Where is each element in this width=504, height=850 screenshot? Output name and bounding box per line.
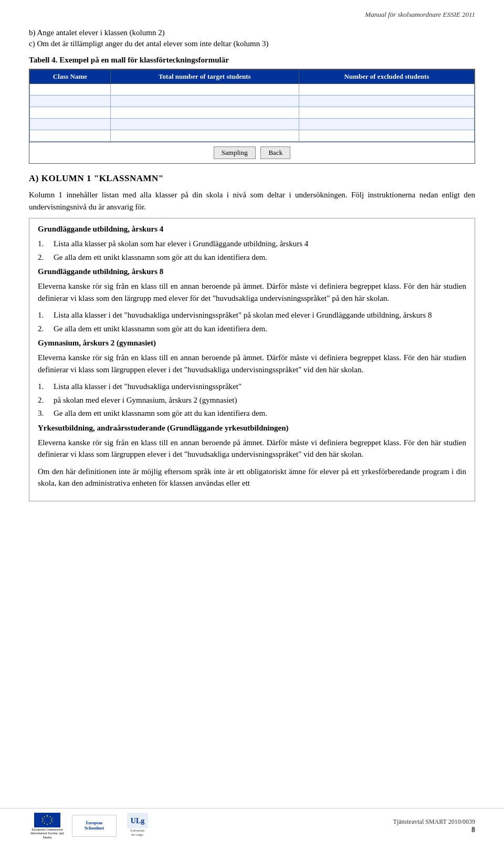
footer-contract: Tjänsteavtal SMART 2010/0039 [393,818,475,826]
table-cell [30,84,111,96]
footer-logos: European CommissionInformation Society a… [29,813,152,839]
list-item: 1. Lista alla klasser på skolan som har … [38,238,466,250]
form-buttons: Sampling Back [29,142,475,163]
svg-point-12 [52,818,53,819]
back-button[interactable]: Back [260,146,290,159]
svg-point-10 [50,823,51,824]
table-row [30,96,475,107]
list-item-text: på skolan med elever i Gymnasium, årskur… [54,396,237,404]
list-item: 3. Ge alla dem ett unikt klassnamn som g… [38,407,466,419]
page-footer: European CommissionInformation Society a… [0,808,504,839]
kolumn-heading-text: a) Kolumn 1 "Klassnamn" [29,173,164,183]
table-cell [110,96,299,107]
list-item: 1. Lista alla klasser i det "huvudsaklig… [38,309,466,321]
kolumn-intro: Kolumn 1 innehåller listan med alla klas… [29,189,475,213]
list-item: 2. Ge alla dem ett unikt klassnamn som g… [38,323,466,335]
list-item: 2. Ge alla dem ett unikt klassnamn som g… [38,251,466,264]
table-row [30,84,475,96]
schoolnet-text: EuropeanSchoolnet [85,821,104,832]
intro-item-b: b) Ange antalet elever i klassen (kolumn… [29,28,475,37]
grundlaggande-8-list: 1. Lista alla klasser i det "huvudsaklig… [38,309,466,334]
intro-section: b) Ange antalet elever i klassen (kolumn… [29,28,475,48]
list-item: 1. Lista alla klasser i det "huvudsaklig… [38,381,466,393]
yrkesutbildning-heading: Yrkesutbildning, andraårsstuderande (Gru… [38,424,466,433]
svg-point-8 [50,816,51,817]
table-cell [299,119,475,130]
intro-item-c: c) Om det är tillämpligt anger du det an… [29,39,475,48]
list-item-text: Lista alla klasser på skolan som har ele… [54,239,308,248]
table-cell [30,119,111,130]
svg-text:ULg: ULg [130,817,144,825]
table-cell [299,84,475,96]
svg-point-11 [42,818,43,819]
svg-point-13 [42,821,43,822]
ulg-icon: ULg [127,813,148,828]
svg-point-14 [52,821,53,822]
gymnasium-heading: Gymnasium, årskurs 2 (gymnasiet) [38,339,466,348]
table-header-row: Class Name Total number of target studen… [30,70,475,84]
list-item-text: Ge alla dem ett unikt klassnamn som gör … [54,253,267,261]
info-box: Grundläggande utbildning, årskurs 4 1. L… [29,218,475,501]
table-row [30,130,475,142]
table-cell [30,107,111,119]
gymnasium-body1: Eleverna kanske rör sig från en klass ti… [38,352,466,375]
list-item-text: Ge alla dem ett unikt klassnamn som gör … [54,324,267,333]
table: Class Name Total number of target studen… [29,69,475,142]
ulg-logo: ULg Universitéde Liège [123,813,152,839]
page-header: Manual för skolsamordnare ESSIE 2011 [29,11,475,19]
table-cell [110,107,299,119]
table-cell [110,84,299,96]
gymnasium-list: 1. Lista alla klasser i det "huvudsaklig… [38,381,466,419]
col-header-total: Total number of target students [110,70,299,84]
list-item: 2. på skolan med elever i Gymnasium, års… [38,394,466,406]
table-label: Tabell 4. Exempel på en mall för klassfö… [29,56,475,65]
grundlaggande-8-body1: Eleverna kanske rör sig från en klass ti… [38,280,466,304]
list-item-text: Lista alla klasser i det "huvudsakliga u… [54,311,432,319]
eu-flag-icon [34,813,60,827]
svg-point-5 [43,820,44,821]
table-cell [299,96,475,107]
page: Manual för skolsamordnare ESSIE 2011 b) … [0,0,504,850]
svg-point-3 [47,815,48,816]
grundlaggande-4-heading: Grundläggande utbildning, årskurs 4 [38,225,466,234]
yrkesutbildning-body2: Om den här definitionen inte är möjlig e… [38,466,466,489]
list-item-text: Ge alla dem ett unikt klassnamn som gör … [54,409,267,417]
svg-point-4 [47,824,48,825]
yrkesutbildning-body1: Eleverna kanske rör sig från en klass ti… [38,437,466,460]
table-cell [299,107,475,119]
sampling-button[interactable]: Sampling [214,146,256,159]
svg-point-9 [44,823,45,824]
table-row [30,119,475,130]
kolumn-heading: a) Kolumn 1 "Klassnamn" [29,173,475,184]
table-row [30,107,475,119]
svg-point-6 [51,820,52,821]
table-cell [110,119,299,130]
schoolnet-logo: EuropeanSchoolnet [72,815,117,837]
list-item-text: Lista alla klasser i det "huvudsakliga u… [54,382,242,391]
footer-page-number: 8 [393,826,475,834]
footer-right: Tjänsteavtal SMART 2010/0039 8 [393,818,475,834]
table-cell [30,96,111,107]
col-header-excluded: Number of excluded students [299,70,475,84]
grundlaggande-8-heading: Grundläggande utbildning, årskurs 8 [38,267,466,276]
ulg-label: Universitéde Liège [130,828,144,837]
table-cell [299,130,475,142]
header-text: Manual för skolsamordnare ESSIE 2011 [365,11,475,18]
svg-point-7 [44,816,45,817]
ec-label: European CommissionInformation Society a… [29,827,66,839]
eu-commission-logo: European CommissionInformation Society a… [29,813,66,839]
grundlaggande-4-list: 1. Lista alla klasser på skolan som har … [38,238,466,263]
table-cell [110,130,299,142]
col-header-classname: Class Name [30,70,111,84]
class-form-table: Class Name Total number of target studen… [29,69,475,164]
table-cell [30,130,111,142]
